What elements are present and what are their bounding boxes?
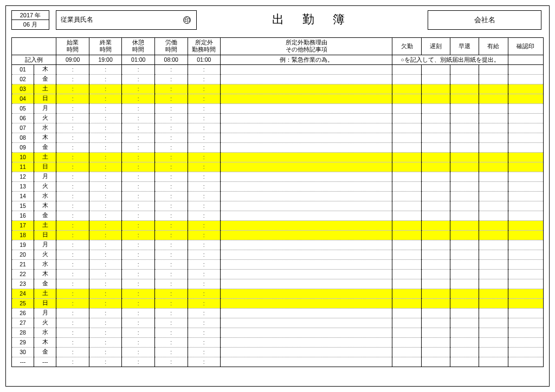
- cell-time[interactable]: :: [89, 318, 122, 328]
- cell-flag[interactable]: [392, 298, 421, 308]
- cell-time[interactable]: :: [122, 152, 155, 162]
- cell-time[interactable]: :: [122, 133, 155, 142]
- cell-flag[interactable]: [392, 308, 421, 318]
- cell-flag[interactable]: [479, 64, 508, 74]
- cell-flag[interactable]: [479, 172, 508, 181]
- cell-time[interactable]: :: [188, 230, 221, 240]
- cell-flag[interactable]: [479, 250, 508, 259]
- cell-time[interactable]: :: [154, 84, 188, 94]
- cell-reason[interactable]: [221, 181, 392, 191]
- cell-time[interactable]: :: [122, 318, 155, 328]
- cell-time[interactable]: :: [188, 181, 221, 191]
- cell-reason[interactable]: [221, 318, 392, 328]
- cell-flag[interactable]: [421, 142, 450, 152]
- cell-time[interactable]: :: [188, 318, 221, 328]
- cell-confirm[interactable]: [508, 181, 544, 191]
- cell-flag[interactable]: [421, 220, 450, 230]
- cell-reason[interactable]: [221, 269, 392, 279]
- cell-confirm[interactable]: [508, 220, 544, 230]
- cell-flag[interactable]: [421, 191, 450, 201]
- cell-reason[interactable]: [221, 250, 392, 259]
- cell-time[interactable]: :: [154, 279, 188, 289]
- cell-flag[interactable]: [479, 259, 508, 269]
- cell-flag[interactable]: [450, 328, 479, 337]
- cell-time[interactable]: :: [122, 269, 155, 279]
- cell-flag[interactable]: [392, 337, 421, 347]
- cell-time[interactable]: :: [122, 181, 155, 191]
- cell-confirm[interactable]: [508, 201, 544, 211]
- cell-flag[interactable]: [450, 220, 479, 230]
- cell-flag[interactable]: [421, 133, 450, 142]
- cell-flag[interactable]: [450, 318, 479, 328]
- cell-flag[interactable]: [479, 201, 508, 211]
- cell-time[interactable]: :: [188, 289, 221, 298]
- cell-reason[interactable]: [221, 113, 392, 123]
- cell-time[interactable]: :: [89, 172, 122, 181]
- cell-confirm[interactable]: [508, 84, 544, 94]
- cell-flag[interactable]: [450, 103, 479, 113]
- cell-time[interactable]: :: [56, 191, 89, 201]
- cell-time[interactable]: :: [122, 298, 155, 308]
- cell-time[interactable]: :: [89, 230, 122, 240]
- cell-time[interactable]: :: [89, 142, 122, 152]
- cell-time[interactable]: :: [56, 142, 89, 152]
- cell-time[interactable]: :: [188, 308, 221, 318]
- cell-reason[interactable]: [221, 74, 392, 84]
- cell-time[interactable]: :: [56, 74, 89, 84]
- cell-flag[interactable]: [479, 347, 508, 357]
- cell-flag[interactable]: [421, 94, 450, 103]
- cell-time[interactable]: :: [122, 103, 155, 113]
- cell-flag[interactable]: [450, 201, 479, 211]
- cell-time[interactable]: :: [56, 357, 89, 367]
- cell-confirm[interactable]: [508, 230, 544, 240]
- cell-time[interactable]: :: [154, 298, 188, 308]
- cell-flag[interactable]: [450, 142, 479, 152]
- cell-time[interactable]: :: [89, 162, 122, 172]
- cell-confirm[interactable]: [508, 308, 544, 318]
- cell-time[interactable]: :: [122, 191, 155, 201]
- cell-flag[interactable]: [450, 259, 479, 269]
- cell-time[interactable]: :: [188, 347, 221, 357]
- cell-time[interactable]: :: [89, 250, 122, 259]
- cell-reason[interactable]: [221, 259, 392, 269]
- cell-flag[interactable]: [450, 181, 479, 191]
- cell-confirm[interactable]: [508, 94, 544, 103]
- cell-confirm[interactable]: [508, 64, 544, 74]
- cell-time[interactable]: :: [154, 133, 188, 142]
- cell-time[interactable]: :: [56, 269, 89, 279]
- cell-time[interactable]: :: [56, 328, 89, 337]
- cell-time[interactable]: :: [56, 181, 89, 191]
- cell-time[interactable]: :: [122, 250, 155, 259]
- cell-flag[interactable]: [421, 250, 450, 259]
- cell-time[interactable]: :: [154, 347, 188, 357]
- cell-flag[interactable]: [421, 279, 450, 289]
- cell-flag[interactable]: [421, 201, 450, 211]
- cell-time[interactable]: :: [89, 113, 122, 123]
- cell-flag[interactable]: [392, 259, 421, 269]
- cell-confirm[interactable]: [508, 259, 544, 269]
- cell-time[interactable]: :: [188, 172, 221, 181]
- cell-reason[interactable]: [221, 123, 392, 133]
- cell-reason[interactable]: [221, 357, 392, 367]
- cell-flag[interactable]: [450, 230, 479, 240]
- cell-time[interactable]: :: [188, 269, 221, 279]
- cell-time[interactable]: :: [122, 220, 155, 230]
- cell-time[interactable]: :: [154, 240, 188, 250]
- cell-flag[interactable]: [479, 298, 508, 308]
- cell-time[interactable]: :: [188, 162, 221, 172]
- cell-time[interactable]: :: [56, 240, 89, 250]
- cell-time[interactable]: :: [89, 133, 122, 142]
- cell-flag[interactable]: [392, 172, 421, 181]
- cell-time[interactable]: :: [122, 347, 155, 357]
- cell-time[interactable]: :: [188, 191, 221, 201]
- cell-time[interactable]: :: [56, 347, 89, 357]
- cell-time[interactable]: :: [188, 201, 221, 211]
- cell-flag[interactable]: [450, 113, 479, 123]
- cell-time[interactable]: :: [154, 357, 188, 367]
- cell-flag[interactable]: [479, 152, 508, 162]
- cell-flag[interactable]: [479, 230, 508, 240]
- cell-flag[interactable]: [421, 211, 450, 220]
- cell-time[interactable]: :: [154, 103, 188, 113]
- cell-confirm[interactable]: [508, 269, 544, 279]
- cell-time[interactable]: :: [188, 123, 221, 133]
